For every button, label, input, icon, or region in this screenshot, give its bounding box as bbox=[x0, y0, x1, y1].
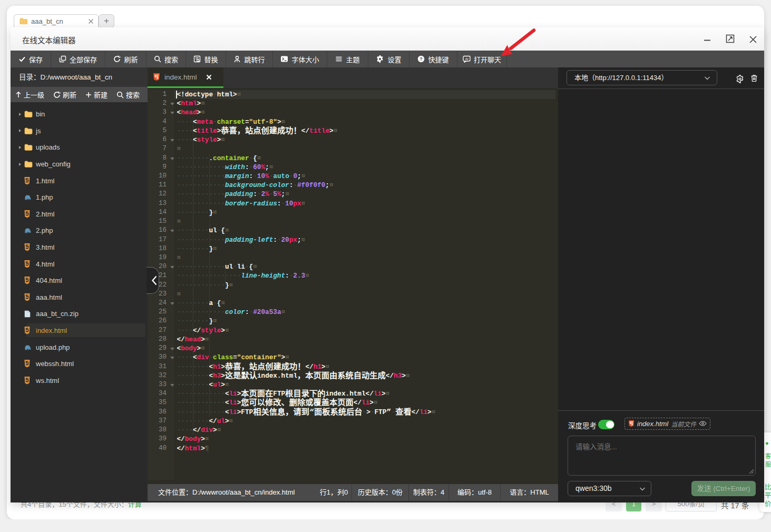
svg-text:?: ? bbox=[420, 56, 423, 62]
svg-text:AI: AI bbox=[465, 57, 469, 61]
